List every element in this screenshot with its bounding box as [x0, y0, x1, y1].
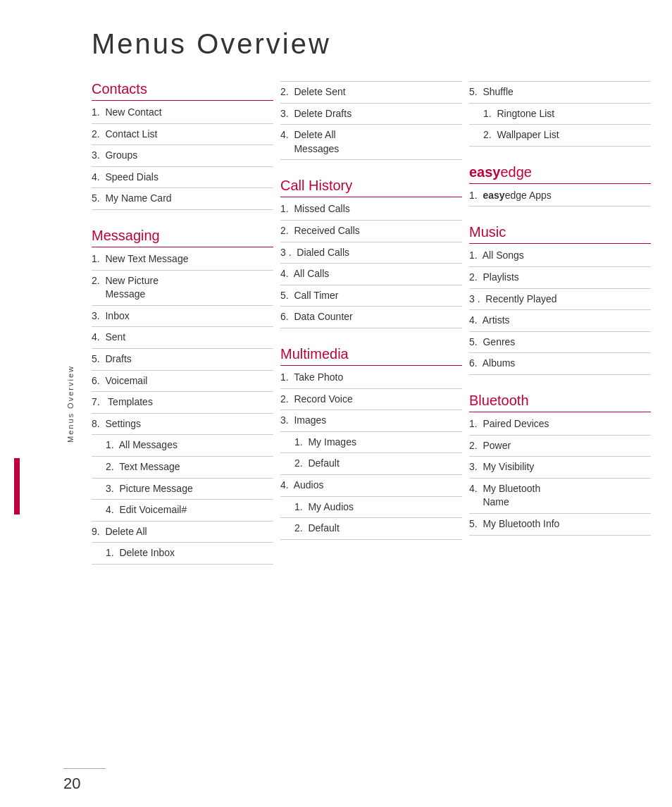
list-item: 1. Paired Devices [469, 414, 651, 436]
list-item: 1. All Songs [469, 245, 651, 267]
section-music: Music 1. All Songs 2. Playlists 3 . Rece… [469, 224, 651, 375]
sidebar-red-bar [14, 458, 20, 515]
list-item: 1. Missed Calls [280, 199, 462, 221]
list-item: 4. All Calls [280, 264, 462, 285]
list-item: 2. Wallpaper List [469, 125, 651, 147]
section-multimedia: Multimedia 1. Take Photo 2. Record Voice… [280, 346, 462, 540]
sidebar-tab: Menus Overview [0, 0, 20, 807]
section-delete-cont: 2. Delete Sent 3. Delete Drafts 4. Delet… [280, 81, 462, 160]
list-item: 3. Delete Drafts [280, 104, 462, 125]
list-item: 4. Sent [92, 327, 273, 349]
list-item: 2. Text Message [92, 457, 273, 479]
list-item: 4. My Bluetooth Name [469, 479, 651, 514]
section-contacts: Contacts 1. New Contact 2. Contact List … [92, 81, 273, 210]
music-header: Music [469, 224, 651, 244]
list-item: 4. Audios [280, 475, 462, 497]
section-easyedge: easyedge 1. easyedge Apps [469, 164, 651, 207]
list-item: 4. Delete All Messages [280, 125, 462, 160]
list-item: 6. Albums [469, 353, 651, 375]
list-item: 5. Shuffle [469, 81, 651, 104]
list-item: 2. Record Voice [280, 389, 462, 411]
list-item: 1. My Images [280, 432, 462, 454]
list-item: 2. Contact List [92, 124, 273, 146]
list-item: 5. My Bluetooth Info [469, 514, 651, 536]
section-shuffle-cont: 5. Shuffle 1. Ringtone List 2. Wallpaper… [469, 81, 651, 147]
call-history-header: Call History [280, 178, 462, 197]
section-bluetooth: Bluetooth 1. Paired Devices 2. Power 3. … [469, 393, 651, 536]
list-item: 2. Power [469, 436, 651, 457]
list-item: 3. My Visibility [469, 457, 651, 479]
main-content: Menus Overview Contacts 1. New Contact 2… [28, 28, 658, 779]
contacts-header: Contacts [92, 81, 273, 101]
easy-bold: easy [469, 164, 501, 180]
column-3: 5. Shuffle 1. Ringtone List 2. Wallpaper… [469, 81, 658, 565]
multimedia-header: Multimedia [280, 346, 462, 366]
list-item: 1. Delete Inbox [92, 543, 273, 565]
list-item: 1. My Audios [280, 497, 462, 519]
list-item: 9. Delete All [92, 522, 273, 543]
list-item: 4. Speed Dials [92, 167, 273, 189]
list-item: 3. Picture Message [92, 479, 273, 500]
list-item: 6. Voicemail [92, 371, 273, 393]
columns-container: Contacts 1. New Contact 2. Contact List … [92, 81, 658, 565]
list-item: 1. All Messages [92, 435, 273, 457]
list-item: 2. New Picture Message [92, 271, 273, 306]
column-2: 2. Delete Sent 3. Delete Drafts 4. Delet… [280, 81, 469, 565]
list-item: 7. Templates [92, 392, 273, 414]
list-item: 5. Genres [469, 332, 651, 354]
bluetooth-header: Bluetooth [469, 393, 651, 412]
list-item: 2. Default [280, 453, 462, 475]
page-title: Menus Overview [92, 28, 658, 60]
easy-bold-item: easy [483, 190, 504, 201]
list-item: 2. Default [280, 518, 462, 540]
list-item: 1. New Contact [92, 102, 273, 124]
list-item: 1. New Text Message [92, 249, 273, 271]
list-item: 4. Artists [469, 310, 651, 332]
list-item: 1. Ringtone List [469, 104, 651, 125]
messaging-header: Messaging [92, 228, 273, 247]
page-number: 20 [63, 768, 106, 793]
list-item: 3 . Dialed Calls [280, 242, 462, 264]
easyedge-header: easyedge [469, 164, 651, 184]
list-item: 1. Take Photo [280, 367, 462, 389]
column-1: Contacts 1. New Contact 2. Contact List … [92, 81, 280, 565]
list-item: 3 . Recently Played [469, 289, 651, 311]
section-messaging: Messaging 1. New Text Message 2. New Pic… [92, 228, 273, 565]
list-item: 8. Settings [92, 414, 273, 436]
list-item: 5. Drafts [92, 349, 273, 371]
list-item: 5. Call Timer [280, 285, 462, 307]
list-item: 3. Images [280, 410, 462, 432]
section-call-history: Call History 1. Missed Calls 2. Received… [280, 178, 462, 328]
list-item: 3. Inbox [92, 306, 273, 328]
list-item: 6. Data Counter [280, 307, 462, 328]
list-item: 4. Edit Voicemail# [92, 500, 273, 522]
list-item: 2. Received Calls [280, 221, 462, 242]
list-item: 3. Groups [92, 145, 273, 167]
list-item: 5. My Name Card [92, 188, 273, 210]
list-item: 1. easyedge Apps [469, 185, 651, 207]
list-item: 2. Playlists [469, 267, 651, 289]
list-item: 2. Delete Sent [280, 81, 462, 104]
page: Menus Overview Menus Overview Contacts 1… [0, 0, 672, 807]
